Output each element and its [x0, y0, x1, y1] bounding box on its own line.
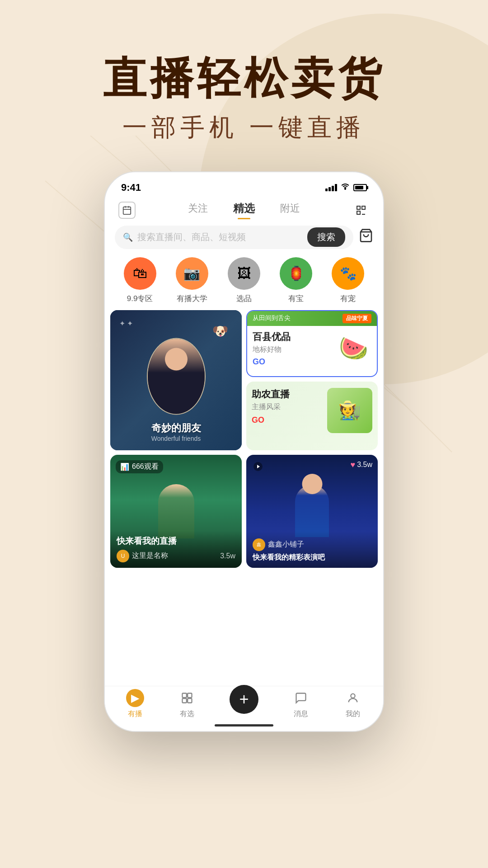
featured-left-subtitle: Wonderful friends — [110, 435, 242, 442]
card-bottom-right-subtitle: 主播风采 — [252, 402, 323, 412]
phone-screen: 9:41 关注 — [104, 171, 384, 732]
category-youchong-label: 有宠 — [340, 293, 356, 304]
search-button[interactable]: 搜索 — [307, 227, 345, 247]
video-right-user: 鑫 鑫鑫小铺子 — [253, 538, 304, 551]
video-right-likes-text: 3.5w — [357, 461, 372, 469]
video-left-user: U 这里是名称 — [117, 550, 168, 562]
tab-jingxuan[interactable]: 精选 — [221, 201, 267, 219]
category-youbo-icon: 📷 — [183, 265, 200, 281]
search-icon: 🔍 — [123, 232, 133, 242]
nav-message[interactable]: 消息 — [292, 689, 310, 719]
search-input[interactable]: 🔍 搜索直播间、商品、短视频 搜索 — [115, 226, 353, 249]
mine-icon — [344, 689, 362, 707]
stars-decoration: ✦ ✦ — [119, 319, 133, 328]
nav-youxuan[interactable]: 有选 — [178, 689, 196, 719]
hero-subtitle: 一部手机 一键直播 — [0, 111, 488, 144]
video-play-icon — [252, 460, 264, 473]
category-youbo-label: 有播大学 — [177, 293, 207, 304]
video-left-avatar: U — [117, 550, 129, 562]
heart-icon: ♥ — [351, 460, 356, 470]
video-row: 📊 666观看 快来看我的直播 U 这里是名称 3.5w — [105, 455, 383, 574]
card-header-badge: 品味宁夏 — [343, 314, 371, 323]
home-indicator — [215, 724, 273, 726]
video-right-username: 鑫鑫小铺子 — [268, 540, 304, 549]
video-left-username: 这里是名称 — [132, 551, 168, 561]
category-xuanpin-icon: 🖼 — [237, 266, 251, 281]
card-top-right-subtitle: 地标好物 — [253, 345, 291, 354]
video-card-left[interactable]: 📊 666观看 快来看我的直播 U 这里是名称 3.5w — [110, 455, 242, 568]
calendar-icon[interactable] — [118, 202, 136, 219]
nav-plus[interactable]: + — [230, 694, 258, 714]
nav-mine[interactable]: 我的 — [344, 689, 362, 719]
svg-point-20 — [351, 694, 355, 698]
svg-rect-17 — [188, 693, 192, 698]
tab-fujin[interactable]: 附近 — [267, 202, 313, 219]
dog-icon: 🐶 — [212, 324, 228, 339]
search-placeholder: 搜索直播间、商品、短视频 — [137, 231, 303, 243]
svg-rect-7 — [357, 206, 360, 209]
video-left-bottom: 快来看我的直播 U 这里是名称 3.5w — [110, 531, 242, 568]
farming-image: 🧑‍🌾 — [327, 388, 372, 433]
nav-tabs: 关注 精选 附近 — [105, 195, 383, 219]
video-right-title: 快来看我的精彩表演吧 — [253, 553, 371, 562]
mine-label: 我的 — [346, 709, 360, 719]
video-right-likes: ♥ 3.5w — [351, 460, 372, 470]
status-icons — [325, 183, 367, 192]
watermelon-image: 🍉 — [335, 333, 371, 364]
wifi-icon — [341, 183, 350, 192]
card-top-right-header: 从田间到舌尖 品味宁夏 — [247, 311, 377, 326]
content-grid: 🐶 ✦ ✦ 奇妙的朋友 Wonderful friends 从田间到舌尖 品味宁… — [105, 304, 383, 450]
scan-icon[interactable] — [352, 202, 370, 219]
svg-rect-9 — [357, 211, 360, 214]
category-item-xuanpin[interactable]: 🖼 选品 — [228, 257, 260, 304]
card-top-right-title: 百县优品 — [253, 330, 291, 343]
video-views-badge: 📊 666观看 — [116, 460, 163, 473]
featured-card-top-right[interactable]: 从田间到舌尖 品味宁夏 百县优品 地标好物 GO 🍉 — [246, 310, 378, 377]
person-figure — [148, 339, 205, 414]
views-chart-icon: 📊 — [120, 462, 129, 471]
oval-frame — [147, 338, 206, 415]
svg-rect-16 — [182, 693, 186, 698]
youbo-label: 有播 — [128, 709, 142, 719]
youxuan-icon — [178, 689, 196, 707]
battery-icon — [353, 184, 367, 191]
categories: 🛍 9.9专区 📷 有播大学 🖼 选品 🏮 有宝 — [105, 249, 383, 304]
svg-rect-19 — [188, 698, 192, 703]
svg-rect-8 — [362, 206, 365, 209]
search-bar: 🔍 搜索直播间、商品、短视频 搜索 — [115, 226, 373, 249]
card-bottom-right-text: 助农直播 主播风采 GO — [252, 388, 323, 433]
nav-youbo[interactable]: ▶ 有播 — [126, 689, 144, 719]
cart-icon[interactable] — [359, 228, 373, 246]
category-item-youbo[interactable]: 📷 有播大学 — [176, 257, 208, 304]
card-header-text: 从田间到舌尖 — [253, 314, 291, 322]
video-right-avatar: 鑫 — [253, 538, 265, 551]
category-item-youchong[interactable]: 🐾 有宠 — [332, 257, 364, 304]
featured-card-bottom-right[interactable]: 助农直播 主播风采 GO 🧑‍🌾 — [246, 382, 378, 450]
plus-icon[interactable]: + — [230, 685, 258, 714]
svg-rect-18 — [182, 698, 186, 703]
card-bottom-right-title: 助农直播 — [252, 388, 323, 401]
video-right-bottom: 鑫 鑫鑫小铺子 快来看我的精彩表演吧 — [246, 531, 378, 568]
category-item-youbao[interactable]: 🏮 有宝 — [280, 257, 312, 304]
message-icon — [292, 689, 310, 707]
tab-guanzhu[interactable]: 关注 — [175, 202, 221, 219]
category-youbao-icon: 🏮 — [288, 265, 305, 281]
video-left-likes: 3.5w — [220, 552, 235, 560]
video-card-right[interactable]: ♥ 3.5w 鑫 鑫鑫小铺子 快来看我的精彩表演吧 — [246, 455, 378, 568]
phone-mockup: 9:41 关注 — [0, 171, 488, 732]
featured-card-left[interactable]: 🐶 ✦ ✦ 奇妙的朋友 Wonderful friends — [110, 310, 242, 450]
featured-left-title: 奇妙的朋友 — [110, 421, 242, 435]
message-label: 消息 — [294, 709, 308, 719]
category-item-99[interactable]: 🛍 9.9专区 — [124, 257, 156, 304]
card-top-right-cta[interactable]: GO — [253, 357, 291, 367]
hero-title: 直播轻松卖货 — [0, 54, 488, 102]
featured-left-overlay: 奇妙的朋友 Wonderful friends — [110, 421, 242, 442]
youxuan-label: 有选 — [180, 709, 194, 719]
category-99-icon: 🛍 — [133, 265, 147, 282]
card-top-right-body: 百县优品 地标好物 GO 🍉 — [247, 326, 377, 371]
video-left-meta: U 这里是名称 3.5w — [117, 550, 235, 562]
card-top-right-text: 百县优品 地标好物 GO — [253, 330, 291, 367]
card-bottom-right-cta[interactable]: GO — [252, 415, 323, 425]
category-xuanpin-label: 选品 — [236, 293, 252, 304]
hero-section: 直播轻松卖货 一部手机 一键直播 — [0, 0, 488, 144]
